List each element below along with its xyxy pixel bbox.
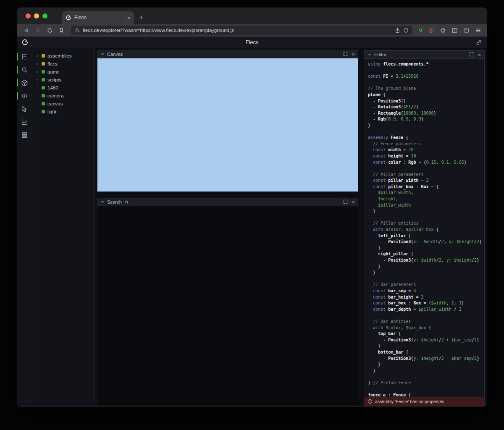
link-icon[interactable] [476,39,482,47]
code-line: } [368,245,484,252]
reload-button[interactable] [45,26,54,35]
chart-icon [21,118,28,126]
expand-panel-icon[interactable] [469,51,474,58]
tab-close-icon[interactable]: × [127,15,130,21]
code-line: with $color, $bar_box { [368,325,484,331]
icon-rail [17,48,32,406]
editor-error-bar: assembly 'Fence' has no properties [364,397,484,406]
window-titlebar[interactable]: Flecs × + [17,8,487,24]
code-line: fence_a : Fence { [368,392,484,397]
menu-icon[interactable] [473,26,483,35]
code-line: $pillar_width, [368,190,484,196]
code-line: const width = 20 [368,147,484,153]
tree-item-light[interactable]: light [32,108,94,115]
cursor-icon [21,105,28,113]
chevron-right-icon[interactable]: › [35,69,39,74]
tree-item-label: assemblies [47,53,72,58]
editor-panel-title: Editor [374,52,386,57]
code-line: using flecs.components.* [368,61,484,68]
entity-square-icon [42,78,45,81]
shield-icon[interactable] [403,28,409,33]
tree-item-flecs[interactable]: ›flecs [32,60,94,68]
rail-item-search[interactable] [17,65,32,75]
share-icon[interactable] [395,28,400,33]
code-editor[interactable]: using flecs.components.* const PI = 3.14… [364,59,484,397]
flecs-logo-icon [21,39,29,47]
expand-panel-icon[interactable] [343,50,348,58]
chevron-down-icon[interactable] [100,52,105,56]
bookmark-icon[interactable] [57,26,66,35]
code-line: left_pillar { [368,233,484,239]
search-magnifier-icon [124,200,129,205]
close-panel-icon[interactable]: × [352,52,355,57]
code-line: const pillar_width = 2 [368,178,484,184]
code-icon [21,92,28,100]
canvas-viewport[interactable] [97,58,358,192]
tree-item-label: scripts [47,77,61,82]
tree-item-camera[interactable]: camera [32,92,94,100]
browser-toolbar: flecs.dev/explorer/?wasm=https://www.fle… [17,24,487,37]
zoom-window-button[interactable] [42,13,47,18]
tab-favicon-icon [66,15,71,21]
code-line [368,129,484,135]
close-panel-icon[interactable]: × [478,52,481,58]
code-line: - Rectangle{10000, 10000} [368,110,484,117]
code-line: - Position3{y: $height/2 - $bar_sep/2} [368,356,484,362]
rail-item-stats[interactable] [17,117,32,127]
tree-item-label: game [47,69,60,74]
chevron-right-icon[interactable]: › [35,61,39,66]
chevron-down-icon[interactable] [368,52,372,57]
minimize-window-button[interactable] [34,13,39,18]
rail-item-editor[interactable] [17,91,32,101]
entity-square-icon [42,110,45,113]
v-extension-badge[interactable]: V [417,27,424,34]
back-button[interactable] [21,26,31,35]
close-panel-icon[interactable]: × [352,199,355,205]
chevron-down-icon[interactable] [100,200,105,204]
editor-panel-header: Editor × [364,50,484,59]
rail-item-entity-tree[interactable] [17,52,32,62]
code-line: - Rgb{0.9, 0.9, 0.9} [368,116,484,123]
tree-item-label: flecs [47,61,58,66]
tree-item-label: camera [47,93,63,98]
tree-item-label: light [47,109,56,114]
tree-item-canvas[interactable]: canvas [32,100,94,108]
code-line: const bar_height = 2 [368,294,484,301]
code-line: const bar_box : Box = {$width, 2, 1} [368,300,484,307]
page-header: Flecs [17,37,487,48]
code-line: $pillar_width [368,202,484,209]
forward-button[interactable] [33,26,42,35]
code-line: $height, [368,196,484,202]
rail-item-queries[interactable] [17,130,32,140]
entity-square-icon [42,70,45,73]
tree-item-scripts[interactable]: ›scripts [32,76,94,84]
sidebar-toggle-icon[interactable] [450,26,459,35]
code-line [368,276,484,282]
wallet-card-icon[interactable] [462,26,471,35]
address-bar[interactable]: flecs.dev/explorer/?wasm=https://www.fle… [71,26,412,35]
expand-panel-icon[interactable] [343,198,348,206]
tree-item-1460[interactable]: 1460 [32,84,94,92]
chevron-right-icon[interactable]: › [35,77,39,82]
close-window-button[interactable] [26,13,31,18]
entity-tree: ›assemblies›flecs›game›scripts1460camera… [32,48,94,406]
lock-icon[interactable] [75,28,80,33]
panel-gap [97,192,358,198]
chevron-right-icon[interactable]: › [35,53,39,58]
code-line: // Bar parameters [368,282,484,288]
explorer-content: ›assemblies›flecs›game›scripts1460camera… [17,48,487,406]
center-column: Canvas × Searc [94,48,361,406]
tree-item-assemblies[interactable]: ›assemblies [32,52,94,60]
record-dot-icon[interactable] [426,26,436,35]
tree-item-game[interactable]: ›game [32,68,94,76]
rail-item-canvas[interactable] [17,78,32,88]
code-line: } [368,264,484,270]
code-line: // Fence parameters [368,141,484,147]
code-line: // Bar entities [368,319,484,325]
browser-tab[interactable]: Flecs × [62,11,134,24]
code-line [368,312,484,319]
extensions-puzzle-icon[interactable] [438,26,447,35]
new-tab-button[interactable]: + [139,13,143,21]
rail-item-inspector[interactable] [17,104,32,114]
module-square-icon [42,54,45,58]
